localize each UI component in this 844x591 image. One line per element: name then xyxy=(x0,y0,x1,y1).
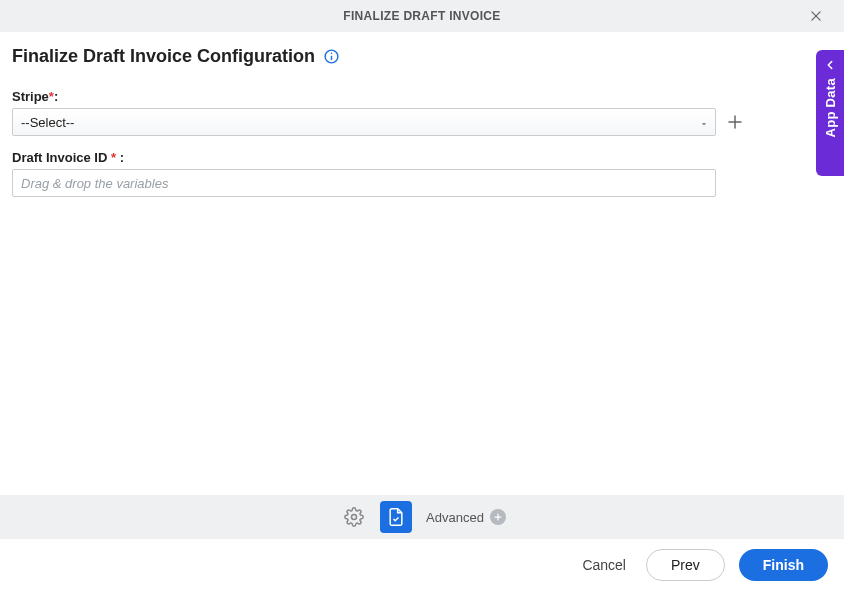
finish-button[interactable]: Finish xyxy=(739,549,828,581)
field-stripe: Stripe*: --Select-- xyxy=(12,89,832,136)
field-draft-invoice: Draft Invoice ID * : xyxy=(12,150,832,197)
draft-invoice-colon: : xyxy=(116,150,124,165)
app-data-tab[interactable]: App Data xyxy=(816,50,844,176)
modal-header: FINALIZE DRAFT INVOICE xyxy=(0,0,844,32)
bottom-toolbar: Advanced xyxy=(0,495,844,539)
prev-button[interactable]: Prev xyxy=(646,549,725,581)
cancel-button[interactable]: Cancel xyxy=(576,549,632,581)
stripe-select-row: --Select-- xyxy=(12,108,744,136)
add-stripe-icon[interactable] xyxy=(726,113,744,131)
svg-point-4 xyxy=(331,53,333,55)
draft-invoice-label-text: Draft Invoice ID xyxy=(12,150,111,165)
content-area: Finalize Draft Invoice Configuration Str… xyxy=(0,32,844,495)
settings-icon[interactable] xyxy=(338,501,370,533)
app-data-label: App Data xyxy=(823,78,838,137)
page-title-row: Finalize Draft Invoice Configuration xyxy=(12,46,832,67)
close-icon[interactable] xyxy=(804,4,828,28)
advanced-toggle[interactable]: Advanced xyxy=(426,509,506,525)
stripe-select[interactable]: --Select-- xyxy=(12,108,716,136)
chevron-left-icon xyxy=(823,58,837,72)
draft-invoice-input[interactable] xyxy=(12,169,716,197)
footer-bar: Cancel Prev Finish xyxy=(0,539,844,591)
advanced-label: Advanced xyxy=(426,510,484,525)
svg-point-7 xyxy=(352,515,357,520)
plus-circle-icon xyxy=(490,509,506,525)
stripe-label-text: Stripe xyxy=(12,89,49,104)
document-icon[interactable] xyxy=(380,501,412,533)
stripe-colon: : xyxy=(54,89,58,104)
info-icon[interactable] xyxy=(323,48,340,65)
modal-title: FINALIZE DRAFT INVOICE xyxy=(343,9,500,23)
chevron-down-icon xyxy=(699,117,709,127)
page-title: Finalize Draft Invoice Configuration xyxy=(12,46,315,67)
stripe-label: Stripe*: xyxy=(12,89,832,104)
stripe-select-value: --Select-- xyxy=(21,115,74,130)
draft-invoice-label: Draft Invoice ID * : xyxy=(12,150,832,165)
